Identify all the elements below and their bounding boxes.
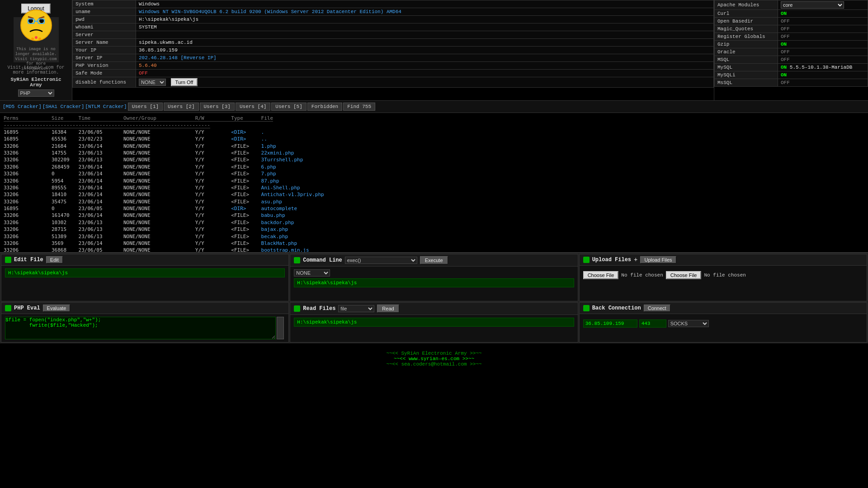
upload-button[interactable]: Upload Files — [640, 256, 676, 263]
cmd-path-input[interactable] — [294, 278, 574, 287]
upload-files-indicator — [583, 257, 590, 263]
footer-site-link[interactable]: ~~<< www.syrian-es.com >>~~ — [394, 356, 474, 361]
file-link[interactable]: bootstrap.min.js — [261, 247, 309, 253]
footer: ~~<< SyRiAn Electronic Army >>~~ ~~<< ww… — [0, 345, 868, 372]
read-button[interactable]: Read — [377, 305, 399, 313]
users4-tab[interactable]: Users [4] — [236, 103, 270, 111]
choose-file-1-button[interactable]: Choose File — [583, 271, 619, 279]
value-magic-quotes: OFF — [778, 25, 868, 33]
no-file-1-label: No file chosen — [621, 272, 663, 278]
file-link[interactable]: 22xmini.php — [261, 150, 294, 156]
uname-link[interactable]: Windows NT WIN-SVBGO4UQOLB 6.2 build 920… — [139, 9, 401, 14]
table-row: Apache Modules core — [715, 0, 868, 10]
users1-tab[interactable]: Users [1] — [128, 103, 163, 111]
file-link[interactable]: backdor.php — [261, 220, 294, 225]
file-link[interactable]: 87.php — [261, 178, 279, 184]
no-file-2-label: No file chosen — [704, 272, 745, 278]
label-mysqli: MySQLi — [715, 71, 778, 79]
label-oracle: Oracle — [715, 48, 778, 56]
read-path-input[interactable] — [294, 318, 574, 327]
evaluate-button[interactable]: Evaluate — [43, 305, 71, 312]
value-mysql: ON 5.5.5-10.1.38-MariaDB — [778, 64, 868, 71]
execute-button[interactable]: Execute — [420, 256, 448, 264]
users5-tab[interactable]: Users [5] — [271, 103, 306, 111]
turnoff-button[interactable]: Turn Off — [171, 78, 198, 86]
file-link[interactable]: asu.php — [261, 199, 282, 205]
back-port-input[interactable] — [639, 319, 666, 328]
forbidden-tab[interactable]: Forbidden — [307, 103, 342, 111]
file-link[interactable]: 6.php — [261, 164, 276, 170]
value-server-name: sipeka.ukwms.ac.id — [136, 39, 714, 47]
label-server-ip: Server IP — [73, 54, 136, 62]
file-link[interactable]: .. — [261, 136, 267, 142]
file-link[interactable]: 1.php — [261, 143, 276, 149]
table-row: Your IP 36.85.109.159 — [73, 47, 714, 54]
php-eval-textarea[interactable]: $file = fopen("index.php","w+"); fwrite(… — [5, 317, 276, 339]
label-register-globals: Register Globals — [715, 33, 778, 41]
textarea-scrollbar[interactable] — [277, 317, 284, 339]
sha1-cracker-link[interactable]: [SHA1 Cracker] — [42, 104, 84, 109]
apache-modules-select[interactable]: core — [781, 1, 844, 9]
bottom-panels: Edit File Edit Command Line exec() shell… — [0, 253, 868, 343]
system-info-table: System Windows uname Windows NT WIN-SVBG… — [72, 0, 714, 88]
table-row: MsSQL OFF — [715, 79, 868, 87]
label-uname: uname — [73, 8, 136, 16]
safe-mode-status: OFF — [139, 70, 148, 76]
command-line-header: Command Line exec() shell_exec() system(… — [290, 254, 577, 267]
upload-files-content: Choose File No file chosen Choose File N… — [580, 266, 867, 282]
table-row: MySQL ON 5.5.5-10.1.38-MariaDB — [715, 64, 868, 71]
file-link[interactable]: 3Turrshell.php — [261, 157, 303, 163]
cmd-exec-select[interactable]: exec() shell_exec() system() passthru() … — [345, 257, 417, 264]
find755-tab[interactable]: Find 755 — [343, 103, 375, 111]
file-link[interactable]: Antichat-v1.3priv.php — [261, 192, 324, 197]
file-link[interactable]: 7.php — [261, 171, 276, 177]
table-row: uname Windows NT WIN-SVBGO4UQOLB 6.2 bui… — [73, 8, 714, 16]
svg-point-10 — [38, 38, 41, 40]
safemode-none-select[interactable]: NONE — [139, 79, 166, 86]
table-row: Gzip ON — [715, 41, 868, 48]
file-link[interactable]: autocomplete — [261, 206, 297, 211]
read-type-select[interactable]: file — [338, 305, 374, 312]
choose-file-2-button[interactable]: Choose File — [666, 271, 702, 279]
file-link[interactable]: becak.php — [261, 234, 288, 239]
edit-button[interactable]: Edit — [46, 256, 63, 263]
label-safe-mode: Safe Mode — [73, 70, 136, 77]
table-row: Server — [73, 31, 714, 39]
back-connection-header: Back Connection Connect — [580, 303, 867, 314]
table-row: Open Basedir OFF — [715, 18, 868, 25]
reverse-ip-link[interactable]: [Reverse IP] — [180, 55, 216, 61]
socks-select[interactable]: SOCKS SOCKS4 SOCKS5 — [668, 320, 709, 327]
php-version-link[interactable]: 5.6.40 — [139, 63, 157, 68]
md5-cracker-link[interactable]: [MD5 Cracker] — [3, 104, 42, 109]
edit-path-input[interactable] — [5, 268, 285, 277]
logo-image: This image is no longer available. Visit… — [14, 17, 59, 62]
users2-tab[interactable]: Users [2] — [164, 103, 198, 111]
table-row: Server IP 202.46.28.148 [Reverse IP] — [73, 54, 714, 62]
nav-bar: [MD5 Cracker] [SHA1 Cracker] [NTLM Crack… — [0, 100, 868, 113]
back-connection-panel: Back Connection Connect SOCKS SOCKS4 SOC… — [579, 302, 867, 343]
file-link[interactable]: Ani-Shell.php — [261, 185, 300, 191]
table-row: MSQL OFF — [715, 56, 868, 64]
value-register-globals: OFF — [778, 33, 868, 41]
label-open-basedir: Open Basedir — [715, 18, 778, 25]
file-link[interactable]: babu.php — [261, 212, 285, 218]
label-system: System — [73, 0, 136, 8]
file-link[interactable]: . — [261, 129, 264, 135]
server-ip-link[interactable]: 202.46.28.148 — [139, 55, 178, 61]
back-ip-input[interactable] — [583, 319, 637, 328]
php-eval-panel: PHP Eval Evaluate $file = fopen("index.p… — [1, 302, 289, 343]
users3-tab[interactable]: Users [3] — [200, 103, 235, 111]
command-line-content: NONE — [290, 267, 577, 290]
registerglobals-status: OFF — [781, 34, 790, 39]
table-row: Register Globals OFF — [715, 33, 868, 41]
table-row: Oracle OFF — [715, 48, 868, 56]
php-select[interactable]: PHP — [18, 89, 54, 97]
value-mssql: OFF — [778, 79, 868, 87]
value-msql: OFF — [778, 56, 868, 64]
cmd-none-select[interactable]: NONE — [294, 269, 330, 277]
curl-status: ON — [781, 11, 787, 16]
connect-button[interactable]: Connect — [644, 305, 670, 312]
file-link[interactable]: bajax.php — [261, 226, 288, 232]
file-link[interactable]: BlackHat.php — [261, 240, 297, 246]
ntlm-cracker-link[interactable]: [NTLM Cracker] — [85, 104, 127, 109]
